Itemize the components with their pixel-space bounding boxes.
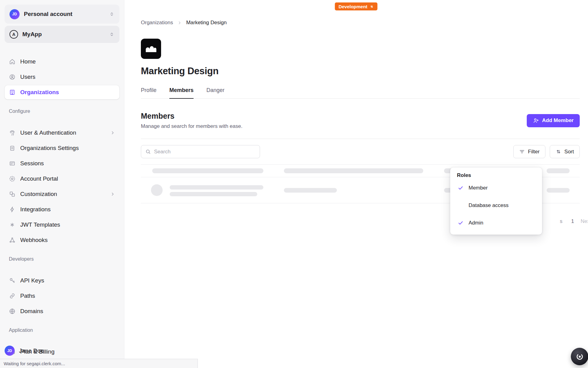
search-icon: [145, 149, 151, 155]
sidebar-item-domains[interactable]: Domains: [5, 304, 119, 318]
organization-logo: [141, 39, 161, 59]
sidebar-item-label: Webhooks: [20, 237, 47, 243]
breadcrumb: Organizations Marketing Design: [141, 20, 580, 26]
organization-logo-glyph: [145, 45, 157, 53]
members-heading: Members: [141, 112, 243, 121]
sidebar-item-user-authentication[interactable]: User & Authentication: [5, 126, 119, 140]
chevron-up-down-icon: [109, 32, 115, 37]
home-icon: [9, 58, 16, 65]
clerk-logo-icon: [576, 353, 584, 361]
sidebar-item-label: Domains: [20, 308, 43, 315]
filter-option-label: Database access: [469, 202, 508, 209]
check-placeholder: [457, 202, 464, 209]
pagination-next-button[interactable]: Next: [581, 218, 588, 224]
chevron-right-icon: [110, 192, 115, 197]
jwt-templates-icon: [9, 221, 16, 228]
lightning-icon: [9, 206, 16, 213]
sidebar-item-label: Organizations Settings: [20, 145, 79, 151]
account-portal-icon: [9, 175, 16, 182]
filter-button-label: Filter: [528, 149, 540, 155]
sidebar-item-organizations-settings[interactable]: Organizations Settings: [5, 141, 119, 155]
tab-danger[interactable]: Danger: [206, 87, 224, 98]
search-box: [141, 145, 260, 158]
filter-button[interactable]: Filter: [513, 145, 545, 158]
key-icon: [9, 277, 16, 284]
app-switcher-label: MyApp: [22, 31, 42, 38]
sidebar-item-account-portal[interactable]: Account Portal: [5, 172, 119, 186]
chevron-right-icon: [110, 130, 115, 135]
members-subheading: Manage and search for members with ease.: [141, 123, 243, 129]
tabs: Profile Members Danger: [141, 87, 580, 99]
check-icon: [457, 184, 464, 192]
globe-icon: [9, 308, 16, 315]
sidebar-item-label: Organizations: [20, 89, 59, 96]
sidebar-item-jwt-templates[interactable]: JWT Templates: [5, 218, 119, 232]
app-switcher[interactable]: A MyApp: [5, 26, 119, 43]
sidebar-item-users[interactable]: Users: [5, 70, 119, 84]
user-avatar: JD: [5, 346, 15, 356]
tab-profile[interactable]: Profile: [141, 87, 156, 98]
sidebar-item-label: Home: [20, 58, 36, 65]
filter-option-admin[interactable]: Admin: [450, 214, 542, 232]
organizations-icon: [9, 89, 16, 96]
skeleton-bar: [284, 188, 337, 193]
tab-members[interactable]: Members: [169, 87, 194, 99]
sidebar-item-api-keys[interactable]: API Keys: [5, 274, 119, 288]
environment-badge[interactable]: Development: [335, 2, 377, 10]
fingerprint-icon: [9, 129, 16, 136]
account-switcher[interactable]: JD Personal account: [5, 5, 119, 24]
section-title: Configure: [5, 109, 119, 114]
sidebar-item-label: Customization: [20, 191, 57, 197]
user-menu[interactable]: JD Jane Doe: [5, 346, 44, 356]
filter-option-database-access[interactable]: Database access: [450, 197, 542, 214]
filter-icon: [519, 149, 525, 155]
skeleton-bar: [547, 168, 570, 173]
webhooks-icon: [9, 237, 16, 243]
pagination-page-number: 1: [571, 218, 574, 224]
filter-menu-title: Roles: [450, 172, 542, 179]
sort-button-label: Sort: [564, 149, 574, 155]
status-text: Waiting for segapi.clerk.com...: [4, 361, 65, 366]
account-avatar: JD: [9, 9, 20, 19]
page-title: Marketing Design: [141, 66, 580, 77]
sessions-icon: [9, 160, 16, 167]
sidebar-item-integrations[interactable]: Integrations: [5, 202, 119, 217]
sidebar-item-sessions[interactable]: Sessions: [5, 156, 119, 171]
sort-button[interactable]: Sort: [550, 145, 580, 158]
check-icon: [457, 219, 464, 227]
environment-badge-label: Development: [338, 4, 367, 9]
customization-icon: [9, 191, 16, 197]
sidebar-section-configure: Configure User & Authentication Organiza…: [5, 109, 119, 247]
sidebar-item-organizations[interactable]: Organizations: [5, 85, 119, 99]
sidebar-item-home[interactable]: Home: [5, 55, 119, 69]
sidebar-item-label: Paths: [20, 293, 35, 299]
pagination-truncated-text: s: [560, 218, 563, 224]
sidebar-item-label: Users: [20, 74, 36, 80]
clipboard-icon: [9, 145, 16, 151]
help-fab[interactable]: [571, 348, 588, 365]
section-divider: [141, 139, 580, 139]
search-input[interactable]: [154, 149, 256, 155]
filter-option-label: Admin: [469, 220, 483, 226]
sidebar-item-label: API Keys: [20, 277, 44, 284]
sidebar: JD Personal account A MyApp Home Users: [0, 0, 124, 368]
skeleton-bar: [547, 188, 570, 193]
sidebar-item-customization[interactable]: Customization: [5, 187, 119, 201]
filter-option-member[interactable]: Member: [450, 179, 542, 197]
sidebar-item-webhooks[interactable]: Webhooks: [5, 233, 119, 247]
add-member-button[interactable]: Add Member: [527, 114, 580, 127]
sidebar-item-paths[interactable]: Paths: [5, 289, 119, 303]
breadcrumb-organizations[interactable]: Organizations: [141, 20, 173, 26]
chevron-up-down-icon: [109, 11, 115, 17]
members-toolbar: Filter Sort: [141, 145, 580, 158]
skeleton-bar: [284, 168, 423, 173]
breadcrumb-current: Marketing Design: [186, 20, 227, 26]
sidebar-item-label: JWT Templates: [20, 221, 60, 228]
swap-arrows-icon: [370, 5, 374, 9]
browser-status-bar: Waiting for segapi.clerk.com...: [0, 359, 198, 368]
skeleton-bar: [170, 192, 257, 196]
sidebar-item-label: Integrations: [20, 206, 51, 213]
sort-icon: [556, 149, 561, 155]
main-content: Development Organizations Marketing Desi…: [124, 0, 588, 368]
user-plus-icon: [533, 117, 539, 124]
